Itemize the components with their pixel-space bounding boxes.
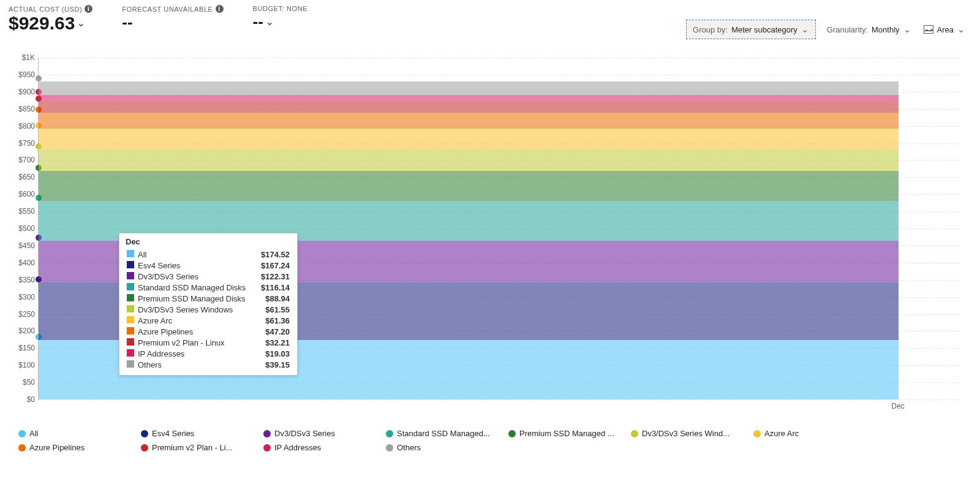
legend-label: Premium v2 Plan - Li...: [152, 443, 233, 452]
chevron-down-icon: ⌄: [957, 24, 965, 35]
legend-label: Azure Arc: [764, 429, 799, 438]
charttype-dropdown[interactable]: Area ⌄: [922, 21, 967, 37]
forecast-label: FORECAST UNAVAILABLE: [122, 6, 213, 13]
legend-label: Standard SSD Managed...: [397, 429, 490, 438]
y-tick: $650: [9, 173, 35, 181]
chart-band[interactable]: [39, 171, 899, 202]
legend-swatch: [263, 444, 271, 452]
budget-metric[interactable]: BUDGET: NONE -- ⌄: [253, 5, 308, 31]
actual-cost-metric[interactable]: ACTUAL COST (USD) i $929.63 ⌄: [9, 5, 92, 34]
chart-tooltip: DecAll$174.52Esv4 Series$167.24Dv3/DSv3 …: [119, 233, 298, 376]
y-tick: $800: [9, 122, 35, 130]
legend-item[interactable]: Esv4 Series: [141, 429, 263, 438]
charttype-value: Area: [937, 25, 954, 34]
legend-label: All: [29, 429, 38, 438]
y-tick: $1K: [9, 53, 35, 62]
chevron-down-icon: ⌄: [801, 24, 809, 35]
y-tick: $950: [9, 70, 35, 79]
y-tick: $850: [9, 105, 35, 113]
legend-swatch: [631, 430, 638, 437]
groupby-dropdown[interactable]: Group by: Meter subcategory ⌄: [686, 20, 816, 39]
tooltip-row: Others$39.15: [126, 359, 291, 370]
y-tick: $500: [9, 224, 35, 233]
granularity-value: Monthly: [872, 25, 900, 34]
y-tick: $550: [9, 207, 35, 216]
y-tick: $100: [9, 361, 35, 369]
legend-item[interactable]: All: [18, 429, 141, 438]
actual-cost-value: $929.63: [9, 13, 75, 34]
chart-band[interactable]: [39, 102, 899, 113]
area-chart-icon: [924, 25, 933, 34]
legend-item[interactable]: Premium v2 Plan - Li...: [141, 443, 263, 452]
y-tick: $50: [9, 378, 35, 387]
y-tick: $600: [9, 190, 35, 199]
legend-swatch: [141, 430, 148, 437]
legend-label: Others: [397, 443, 421, 452]
legend-label: Dv3/DSv3 Series: [274, 429, 335, 438]
legend-swatch: [386, 444, 393, 452]
legend-label: Premium SSD Managed ...: [519, 429, 614, 438]
chevron-down-icon: ⌄: [903, 24, 911, 35]
legend-item[interactable]: Dv3/DSv3 Series Wind...: [631, 429, 753, 438]
tooltip-row: Dv3/DSv3 Series Windows$61.55: [126, 304, 291, 315]
legend-item[interactable]: Others: [386, 443, 508, 452]
legend-label: IP Addresses: [274, 443, 321, 452]
tooltip-row: Premium SSD Managed Disks$88.94: [126, 293, 291, 304]
legend-swatch: [18, 444, 26, 452]
tooltip-row: All$174.52: [126, 249, 291, 260]
y-tick: $700: [9, 156, 35, 164]
budget-label: BUDGET: NONE: [253, 5, 308, 12]
legend-item[interactable]: Dv3/DSv3 Series: [263, 429, 386, 438]
x-tick: Dec: [891, 402, 904, 410]
chart-band[interactable]: [39, 81, 899, 95]
y-tick: $750: [9, 139, 35, 148]
legend-swatch: [508, 430, 516, 437]
legend-item[interactable]: Premium SSD Managed ...: [508, 429, 631, 438]
chevron-down-icon: ⌄: [266, 17, 274, 28]
groupby-label: Group by:: [693, 25, 728, 34]
cost-stacked-area-chart[interactable]: $0$50$100$150$200$250$300$350$400$450$50…: [38, 58, 960, 399]
legend-swatch: [141, 444, 148, 452]
tooltip-row: Premium v2 Plan - Linux$32.21: [126, 337, 291, 348]
legend-item[interactable]: IP Addresses: [263, 443, 386, 452]
info-icon: i: [85, 5, 92, 13]
tooltip-row: Standard SSD Managed Disks$116.14: [126, 282, 291, 293]
legend-swatch: [18, 430, 26, 437]
y-tick: $150: [9, 344, 35, 352]
y-tick: $200: [9, 327, 35, 335]
legend-item[interactable]: Azure Pipelines: [18, 443, 141, 452]
legend-swatch: [386, 430, 393, 437]
forecast-metric: FORECAST UNAVAILABLE i --: [122, 5, 223, 32]
tooltip-row: Azure Arc$61.36: [126, 315, 291, 326]
y-tick: $0: [9, 395, 35, 404]
tooltip-row: Dv3/DSv3 Series$122.31: [126, 271, 291, 282]
granularity-dropdown[interactable]: Granularity: Monthly ⌄: [826, 21, 913, 37]
chart-legend: AllEsv4 SeriesDv3/DSv3 SeriesStandard SS…: [18, 426, 967, 455]
tooltip-row: Esv4 Series$167.24: [126, 260, 291, 271]
chart-band[interactable]: [39, 113, 899, 129]
legend-label: Azure Pipelines: [29, 443, 85, 452]
y-tick: $400: [9, 259, 35, 267]
legend-swatch: [753, 430, 761, 437]
y-tick: $450: [9, 241, 35, 250]
budget-value: --: [253, 12, 263, 31]
chevron-down-icon: ⌄: [77, 18, 85, 29]
legend-label: Esv4 Series: [152, 429, 194, 438]
legend-swatch: [263, 430, 271, 437]
legend-item[interactable]: Standard SSD Managed...: [386, 429, 508, 438]
y-tick: $350: [9, 276, 35, 284]
granularity-label: Granularity:: [827, 25, 868, 34]
y-tick: $300: [9, 293, 35, 301]
y-tick: $250: [9, 310, 35, 319]
chart-band[interactable]: [39, 95, 899, 102]
groupby-value: Meter subcategory: [731, 25, 797, 34]
info-icon: i: [216, 5, 224, 13]
legend-label: Dv3/DSv3 Series Wind...: [642, 429, 729, 438]
actual-cost-label: ACTUAL COST (USD): [9, 6, 82, 13]
tooltip-row: IP Addresses$19.03: [126, 348, 291, 359]
legend-item[interactable]: Azure Arc: [753, 429, 876, 438]
tooltip-row: Azure Pipelines$47.20: [126, 326, 291, 337]
chart-band[interactable]: [39, 149, 899, 170]
forecast-value: --: [122, 13, 132, 32]
chart-band[interactable]: [39, 129, 899, 149]
